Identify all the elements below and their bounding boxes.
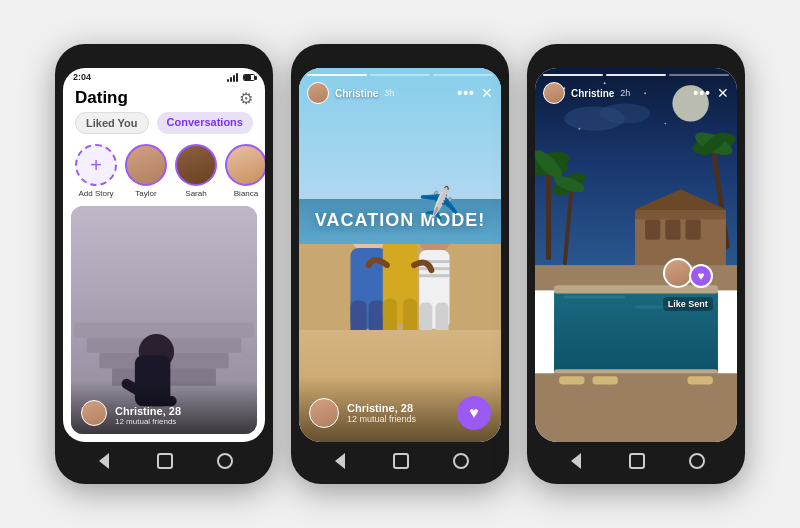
profile-name: Christine, 28: [115, 405, 181, 417]
story-screen: VACATION MODE! ✈️ Christine 3h ••• ✕: [299, 68, 501, 442]
progress-2: [370, 74, 430, 76]
nav-bar-3: [535, 446, 737, 474]
p3-progress-2: [606, 74, 666, 76]
nav-bar-1: [63, 446, 265, 474]
progress-3: [433, 74, 493, 76]
sarah-label: Sarah: [185, 189, 206, 198]
svg-rect-47: [686, 220, 701, 240]
svg-rect-45: [645, 220, 660, 240]
p3-story-actions: ••• ✕: [693, 85, 729, 101]
resort-illustration: [535, 68, 737, 442]
signal-icon: [227, 73, 238, 82]
story-profile-row: Christine, 28 12 mutual friends ♥: [309, 396, 491, 430]
tab-conversations[interactable]: Conversations: [157, 112, 253, 134]
p3-story-progress: [543, 74, 729, 76]
add-story-label: Add Story: [78, 189, 113, 198]
p3-progress-3: [669, 74, 729, 76]
time-display: 2:04: [73, 72, 91, 82]
svg-rect-48: [635, 210, 726, 220]
screen-1: 2:04 Dating ⚙ Liked You Conversations: [63, 68, 265, 442]
svg-rect-59: [688, 376, 713, 384]
card-background: Christine, 28 12 mutual friends: [71, 206, 257, 434]
screen-3: Christine 2h ••• ✕ ♥ Like Sent: [535, 68, 737, 442]
card-overlay: Christine, 28 12 mutual friends: [71, 380, 257, 434]
bianca-label: Bianca: [234, 189, 258, 198]
more-icon[interactable]: •••: [457, 85, 475, 101]
like-avatar-stack: ♥: [663, 258, 713, 294]
back-button-2[interactable]: [331, 452, 349, 470]
story-avatar: [307, 82, 329, 104]
svg-rect-46: [665, 220, 680, 240]
app-header: Dating ⚙: [63, 84, 265, 112]
story-sarah[interactable]: Sarah: [175, 144, 217, 198]
svg-rect-57: [559, 376, 584, 384]
p3-close-icon[interactable]: ✕: [717, 85, 729, 101]
story-profile-name: Christine, 28: [347, 402, 449, 414]
app-title: Dating: [75, 88, 128, 108]
svg-rect-26: [419, 274, 449, 277]
close-icon[interactable]: ✕: [481, 85, 493, 101]
settings-icon[interactable]: ⚙: [239, 89, 253, 108]
notch-3: [606, 54, 666, 62]
p3-more-icon[interactable]: •••: [693, 85, 711, 101]
recents-button-2[interactable]: [453, 453, 469, 469]
profile-info: Christine, 28 12 mutual friends: [115, 405, 181, 426]
back-button-1[interactable]: [95, 452, 113, 470]
p3-story-time: 2h: [620, 88, 630, 98]
heart-button[interactable]: ♥: [457, 396, 491, 430]
story-user-row: Christine 3h ••• ✕: [307, 82, 493, 104]
story-bottom: Christine, 28 12 mutual friends ♥: [299, 376, 501, 442]
add-story-button[interactable]: +: [75, 144, 117, 186]
phone-3: Christine 2h ••• ✕ ♥ Like Sent: [527, 44, 745, 484]
battery-icon: [243, 74, 255, 81]
story-profile-mutual: 12 mutual friends: [347, 414, 449, 424]
profile-mutual: 12 mutual friends: [115, 417, 181, 426]
sarah-avatar[interactable]: [175, 144, 217, 186]
story-profile-info: Christine, 28 12 mutual friends: [347, 402, 449, 424]
story-bianca[interactable]: Bianca: [225, 144, 265, 198]
like-sent-badge: ♥ Like Sent: [663, 258, 713, 311]
nav-bar-2: [299, 446, 501, 474]
recents-button-1[interactable]: [217, 453, 233, 469]
taylor-label: Taylor: [135, 189, 156, 198]
p3-story-user-row: Christine 2h ••• ✕: [543, 82, 729, 104]
progress-1: [307, 74, 367, 76]
p3-story-avatar: [543, 82, 565, 104]
svg-rect-2: [74, 323, 254, 338]
story-top-bar: Christine 3h ••• ✕: [299, 68, 501, 108]
stories-row: + Add Story Taylor Sarah Bianca: [63, 140, 265, 206]
story-actions: ••• ✕: [457, 85, 493, 101]
svg-rect-52: [564, 295, 625, 298]
resort-screen: Christine 2h ••• ✕ ♥ Like Sent: [535, 68, 737, 442]
tab-liked-you[interactable]: Liked You: [75, 112, 149, 134]
taylor-avatar[interactable]: [125, 144, 167, 186]
story-username: Christine: [335, 88, 378, 99]
svg-rect-33: [546, 169, 551, 260]
svg-point-64: [665, 123, 667, 125]
back-button-3[interactable]: [567, 452, 585, 470]
profile-mini-avatar: [81, 400, 107, 426]
story-profile-avatar: [309, 398, 339, 428]
home-button-3[interactable]: [629, 453, 645, 469]
phone-1: 2:04 Dating ⚙ Liked You Conversations: [55, 44, 273, 484]
home-button-1[interactable]: [157, 453, 173, 469]
p3-progress-1: [543, 74, 603, 76]
story-add[interactable]: + Add Story: [75, 144, 117, 198]
story-taylor[interactable]: Taylor: [125, 144, 167, 198]
status-icons: [227, 73, 255, 82]
p3-story-username: Christine: [571, 88, 614, 99]
like-heart-icon: ♥: [689, 264, 713, 288]
like-sent-label: Like Sent: [663, 297, 713, 311]
home-button-2[interactable]: [393, 453, 409, 469]
resort-bg: Christine 2h ••• ✕ ♥ Like Sent: [535, 68, 737, 442]
story-time: 3h: [384, 88, 394, 98]
tab-row: Liked You Conversations: [63, 112, 265, 140]
phone-2: VACATION MODE! ✈️ Christine 3h ••• ✕: [291, 44, 509, 484]
p3-story-top-bar: Christine 2h ••• ✕: [535, 68, 737, 108]
notch-1: [134, 54, 194, 62]
svg-point-63: [578, 128, 580, 130]
profile-card[interactable]: Christine, 28 12 mutual friends: [71, 206, 257, 434]
recents-button-3[interactable]: [689, 453, 705, 469]
svg-rect-1: [71, 307, 257, 322]
bianca-avatar[interactable]: [225, 144, 265, 186]
